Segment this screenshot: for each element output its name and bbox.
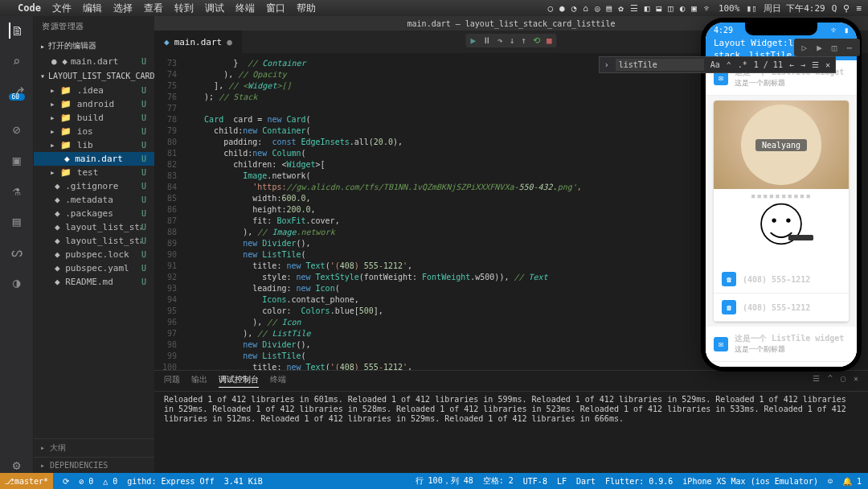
status-flutter[interactable]: Flutter: 0.9.6 — [605, 477, 673, 486]
card-listtile-1[interactable]: ☎ (408) 555-1212 — [714, 265, 849, 294]
panel-tab-debug-console[interactable]: 调试控制台 — [219, 374, 259, 388]
play-icon[interactable]: ▶ — [817, 43, 822, 53]
app-name[interactable]: Code — [18, 2, 41, 14]
status-sync-icon[interactable]: ⟳ — [63, 477, 69, 486]
debug-icon[interactable]: ⊘ — [9, 121, 25, 138]
debug-continue-icon[interactable]: ▶ — [470, 35, 476, 46]
menu-terminal[interactable]: 终端 — [235, 2, 255, 15]
settings-icon[interactable]: ⚙ — [9, 457, 25, 473]
wifi-icon[interactable]: ᯤ — [703, 3, 712, 14]
panel-up-icon[interactable]: ^ — [828, 374, 833, 388]
menu-file[interactable]: 文件 — [52, 2, 72, 15]
find-widget[interactable]: › Aa⌃.* 1 / 11 ← → ☰ ✕ — [599, 56, 836, 73]
status-cursor[interactable]: 行 100，列 48 — [416, 475, 473, 487]
tray-icon[interactable]: ⌂ — [583, 3, 588, 14]
tray-icon[interactable]: ◔ — [571, 3, 577, 14]
tray-icon[interactable]: ● — [559, 3, 565, 14]
file-item[interactable]: ◆ pubspec.yamlU — [34, 261, 154, 275]
tray-icon[interactable]: ◎ — [595, 3, 600, 14]
menu-edit[interactable]: 编辑 — [83, 2, 102, 15]
panel-close-icon[interactable]: ✕ — [854, 374, 858, 388]
search-icon[interactable]: ⌕ — [9, 53, 25, 69]
status-language[interactable]: Dart — [576, 477, 596, 486]
file-item[interactable]: ◆ layout_list_stack_card_listtile.imlU — [34, 234, 154, 248]
menu-extra-icon[interactable]: ≡ — [856, 3, 862, 14]
status-githd[interactable]: githd: Express Off — [127, 477, 214, 486]
open-editor-item[interactable]: ● ◆ main.dartU — [34, 55, 154, 68]
file-item[interactable]: ◆ README.mdU — [34, 275, 154, 289]
folder-item[interactable]: ▸ 📁 buildU — [34, 111, 154, 125]
chevron-right-icon[interactable]: › — [604, 60, 609, 69]
ext-icon[interactable]: ▤ — [9, 213, 25, 229]
tray-icon[interactable]: ◐ — [680, 3, 686, 14]
debug-toolbar[interactable]: ▶ ⏸ ↷ ↓ ↑ ⟲ ■ — [465, 34, 556, 47]
file-item[interactable]: ◆ pubspec.lockU — [34, 248, 154, 261]
ext-icon[interactable]: ⚗ — [9, 183, 25, 199]
folder-item[interactable]: ▸ 📁 libU — [34, 138, 154, 152]
debug-stop-icon[interactable]: ■ — [547, 35, 552, 46]
panel-clear-icon[interactable]: ☰ — [813, 374, 820, 388]
find-prev-icon[interactable]: ← — [789, 60, 794, 69]
debug-stepout-icon[interactable]: ↑ — [521, 35, 526, 46]
status-feedback-icon[interactable]: ☺ — [828, 477, 833, 486]
tab-main-dart[interactable]: ◆ main.dart ● — [154, 31, 243, 53]
status-eol[interactable]: LF — [557, 477, 567, 486]
file-item[interactable]: ◆ .packagesU — [34, 207, 154, 220]
panel-tab-output[interactable]: 输出 — [191, 374, 207, 388]
listtile-2[interactable]: ✉ 这是一个 ListTile widget这是一个副标题 — [706, 327, 857, 362]
file-item[interactable]: ◆ layout_list_stack_card_listtile_andro.… — [34, 220, 154, 234]
find-selection-icon[interactable]: ☰ — [812, 60, 819, 69]
status-branch[interactable]: ⎇ master* — [0, 473, 53, 489]
debug-restart-icon[interactable]: ⟲ — [533, 35, 540, 46]
debug-stepin-icon[interactable]: ↓ — [510, 35, 515, 46]
panel-max-icon[interactable]: ▢ — [841, 374, 845, 388]
panel-tab-problems[interactable]: 问题 — [164, 374, 180, 388]
debug-pause-icon[interactable]: ⏸ — [482, 35, 491, 46]
ext-icon[interactable]: ᔕ — [9, 244, 25, 260]
debug-console-output[interactable]: Reloaded 1 of 412 libraries in 601ms. Re… — [154, 392, 868, 473]
status-errors[interactable]: ⊘ 0 — [79, 477, 93, 486]
file-item[interactable]: ◆ .metadataU — [34, 193, 154, 207]
extensions-icon[interactable]: ▣ — [9, 152, 25, 168]
dependencies-section[interactable]: ▸ DEPENDENCIES — [34, 457, 154, 473]
find-next-icon[interactable]: → — [800, 60, 805, 69]
menu-view[interactable]: 查看 — [144, 2, 163, 15]
run-icon[interactable]: ▷ — [802, 43, 808, 53]
phone-body[interactable]: ✉ 这是一个 ListTile widget这是一个副标题 Nealyang ▪… — [706, 60, 857, 367]
folder-item[interactable]: ▸ 📁 iosU — [34, 125, 154, 138]
folder-item[interactable]: ▸ 📁 testU — [34, 166, 154, 179]
spotlight-icon[interactable]: ⚲ — [843, 3, 850, 14]
panel-tab-terminal[interactable]: 终端 — [270, 374, 286, 388]
menu-help[interactable]: 帮助 — [297, 2, 316, 15]
file-item[interactable]: ◆ main.dartU — [34, 152, 154, 166]
tray-icon[interactable]: ☰ — [630, 3, 638, 14]
folder-item[interactable]: ▸ 📁 androidU — [34, 97, 154, 111]
find-close-icon[interactable]: ✕ — [825, 60, 830, 69]
status-bell[interactable]: 🔔 1 — [842, 477, 862, 486]
tab-dirty-icon[interactable]: ● — [227, 37, 232, 47]
card-listtile-2[interactable]: ☎ (408) 555-1212 — [714, 294, 849, 322]
outline-section[interactable]: ▸ 大纲 — [34, 438, 154, 457]
status-warnings[interactable]: △ 0 — [103, 477, 117, 486]
status-encoding[interactable]: UTF-8 — [523, 477, 547, 486]
scm-icon[interactable]: ⎇60 — [9, 84, 25, 107]
find-input[interactable] — [616, 59, 704, 71]
tray-icon[interactable]: ▣ — [691, 3, 697, 14]
folder-item[interactable]: ▸ 📁 .ideaU — [34, 84, 154, 97]
project-section[interactable]: ▾ LAYOUT_LIST_STACK_CARD_LISTTILE — [34, 68, 154, 84]
clock[interactable]: 周日 下午4:29 — [764, 2, 825, 14]
open-editors-section[interactable]: ▸ 打开的编辑器 — [34, 37, 154, 55]
menu-select[interactable]: 选择 — [113, 2, 133, 15]
split-icon[interactable]: ◫ — [832, 43, 837, 53]
tray-icon[interactable]: ◫ — [668, 3, 674, 14]
tray-icon[interactable]: ◧ — [645, 3, 650, 14]
user-icon[interactable]: Q — [832, 3, 837, 14]
ext-icon[interactable]: ◑ — [9, 274, 25, 290]
tray-icon[interactable]: ✿ — [618, 3, 624, 14]
explorer-icon[interactable]: 🗎 — [9, 23, 25, 39]
tray-icon[interactable]: ⬓ — [656, 3, 661, 14]
menu-debug[interactable]: 调试 — [205, 2, 224, 15]
listtile-3[interactable]: 这是一个 ListTile widget — [706, 362, 857, 367]
tray-icon[interactable]: ○ — [547, 3, 553, 14]
debug-stepover-icon[interactable]: ↷ — [497, 35, 503, 46]
